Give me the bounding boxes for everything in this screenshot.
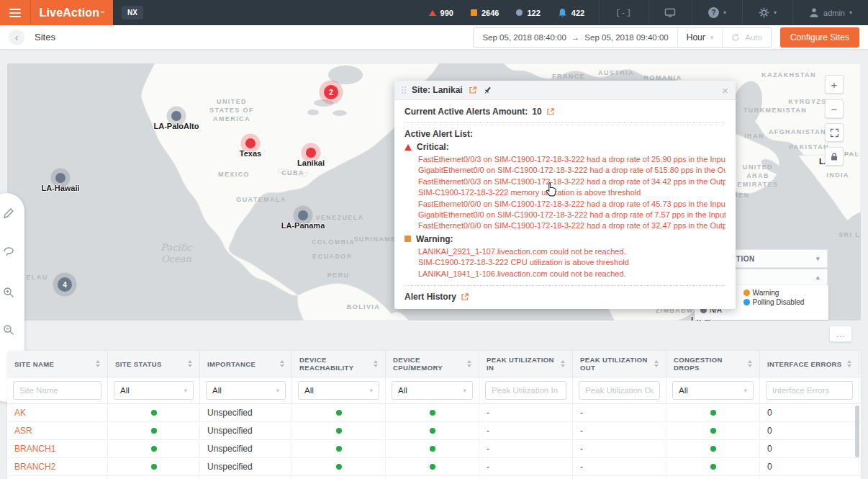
table-more-button[interactable]: ...	[829, 326, 852, 342]
filter-select-site_status[interactable]: All▾	[114, 381, 194, 400]
hamburger-menu-icon[interactable]	[0, 0, 31, 25]
help-menu-button[interactable]: ? ▾	[692, 0, 742, 25]
user-menu-button[interactable]: admin ▾	[792, 0, 868, 25]
column-header-peak_utilization_in[interactable]: PEAK UTILIZATION IN	[479, 351, 573, 377]
table-scrollbar[interactable]	[855, 406, 859, 457]
filter-input-peak_utilization_in[interactable]	[485, 381, 566, 400]
column-header-device_cpu_memory[interactable]: DEVICE CPU/MEMORY	[386, 351, 479, 377]
close-icon[interactable]: ×	[722, 85, 728, 96]
zoom-out-button[interactable]: −	[825, 99, 844, 118]
back-button[interactable]: ‹	[9, 30, 24, 45]
column-header-interface_errors[interactable]: INTERFACE ERRORS	[760, 351, 859, 377]
marker-dot	[298, 210, 308, 220]
filter-cell-site_status: All▾	[108, 377, 200, 403]
alert-message[interactable]: GigabitEthernet0/0 on SIM-C1900-172-18-3…	[418, 210, 725, 220]
chevron-up-icon: ▴	[816, 274, 820, 281]
filter-select-device_cpu_memory[interactable]: All▾	[392, 381, 473, 400]
sort-icon[interactable]	[374, 360, 378, 367]
cell-empty	[200, 476, 292, 479]
cell-text: -	[580, 462, 583, 472]
interval-select[interactable]: Hour ▾	[677, 28, 723, 47]
display-button[interactable]	[648, 0, 692, 25]
expression-tool-button[interactable]: [-]	[599, 0, 648, 25]
filter-select-importance[interactable]: All▾	[206, 381, 286, 400]
settings-menu-button[interactable]: ▾	[742, 0, 792, 25]
auto-refresh-toggle[interactable]: Auto	[722, 28, 771, 47]
active-alert-list-title: Active Alert List:	[404, 129, 725, 139]
chevron-down-icon: ▾	[710, 34, 714, 41]
counter-notifications[interactable]: 422	[558, 8, 584, 18]
cell-site_status	[108, 404, 200, 421]
alert-message[interactable]: FastEthernet0/0/3 on SIM-C1900-172-18-3-…	[418, 176, 725, 187]
sort-icon[interactable]	[467, 360, 471, 367]
column-header-site_status[interactable]: SITE STATUS	[108, 351, 200, 377]
cell-text: 0	[767, 444, 772, 454]
column-header-device_reachability[interactable]: DEVICE REACHABILITY	[292, 351, 386, 377]
site-name-link[interactable]: ASR	[14, 426, 32, 436]
filter-input-interface_errors[interactable]	[766, 381, 853, 400]
drag-handle-icon[interactable]	[402, 86, 406, 94]
column-header-congestion_drops[interactable]: CONGESTION DROPS	[666, 351, 760, 377]
fullscreen-button[interactable]	[825, 123, 844, 142]
lock-map-button[interactable]	[825, 147, 844, 166]
status-dot-green	[430, 446, 435, 452]
sort-down-arrow	[748, 364, 752, 367]
liveaction-app-window: LiveAction™ NX 9902646122422 [-] ? ▾ ▾ a…	[0, 0, 868, 479]
table-row[interactable]: AKUnspecified--0	[7, 404, 861, 422]
gear-icon	[759, 7, 769, 18]
date-range-picker[interactable]: Sep 05, 2018 08:40:00 → Sep 05, 2018 09:…	[474, 28, 677, 47]
filter-cell-device_reachability: All▾	[292, 377, 386, 403]
critical-triangle-icon	[404, 144, 412, 151]
marker-label: Lanikai	[297, 158, 325, 167]
table-row[interactable]: BRANCH2Unspecified--0	[7, 458, 861, 476]
table-row[interactable]: ASRUnspecified--0	[7, 422, 861, 440]
open-site-icon[interactable]	[469, 86, 477, 94]
counter-critical[interactable]: 990	[429, 9, 453, 17]
column-header-site_name[interactable]: SITE NAME	[7, 351, 108, 377]
sort-icon[interactable]	[96, 360, 100, 367]
open-alerts-icon[interactable]	[546, 107, 555, 116]
cell-text: 0	[767, 408, 772, 418]
sort-up-arrow	[561, 360, 565, 363]
sort-icon[interactable]	[847, 360, 851, 367]
counter-value: 422	[571, 9, 584, 17]
cell-device_reachability	[292, 440, 386, 457]
cell-empty	[386, 476, 479, 479]
alert-message[interactable]: LANIKAI_2921_1-107.liveaction.com could …	[418, 246, 725, 257]
popup-header[interactable]: Site: Lanikai ×	[394, 81, 736, 100]
alert-message[interactable]: GigabitEthernet0/0 on SIM-C1900-172-18-3…	[418, 165, 725, 176]
sort-icon[interactable]	[654, 360, 659, 367]
sort-icon[interactable]	[188, 360, 192, 367]
filter-input-site_name[interactable]	[13, 381, 101, 400]
cell-peak_utilization_out: -	[573, 404, 666, 421]
alert-message[interactable]: FastEthernet0/0/3 on SIM-C1900-172-18-3-…	[418, 154, 725, 165]
table-row[interactable]: BRANCH1Unspecified--0	[7, 440, 861, 458]
alert-message[interactable]: FastEthernet0/0/0 on SIM-C1900-172-18-3-…	[418, 220, 725, 231]
column-header-importance[interactable]: IMPORTANCE	[200, 351, 292, 377]
site-name-link[interactable]: BRANCH2	[14, 462, 55, 472]
cell-text: 0	[767, 462, 772, 472]
brand-logo[interactable]: LiveAction™	[31, 0, 113, 25]
alert-message[interactable]: LANIKAI_1941_1-106.liveaction.com could …	[418, 269, 725, 279]
filter-input-peak_utilization_out[interactable]	[579, 381, 660, 400]
alert-message[interactable]: SIM-C1900-172-18-3-222 CPU utilization i…	[418, 257, 725, 268]
alert-message[interactable]: FastEthernet0/0/0 on SIM-C1900-172-18-3-…	[418, 199, 725, 210]
alert-history-link[interactable]: Alert History	[404, 285, 725, 309]
filter-cell-interface_errors	[760, 377, 859, 403]
site-name-link[interactable]: BRANCH1	[14, 444, 55, 454]
column-header-peak_utilization_out[interactable]: PEAK UTILIZATION OUT	[573, 351, 666, 377]
sort-icon[interactable]	[748, 360, 752, 367]
configure-sites-button[interactable]: Configure Sites	[780, 27, 859, 48]
alert-message[interactable]: SIM-C1900-172-18-3-222 memory utilizatio…	[418, 187, 725, 198]
pin-icon[interactable]	[483, 86, 492, 95]
warning-icon	[471, 9, 477, 16]
filter-select-congestion_drops[interactable]: All▾	[672, 381, 754, 400]
filter-cell-importance: All▾	[200, 377, 292, 403]
zoom-in-button[interactable]: +	[825, 75, 844, 94]
counter-warning[interactable]: 2646	[471, 9, 499, 17]
sort-icon[interactable]	[561, 360, 565, 367]
counter-info[interactable]: 122	[516, 9, 540, 17]
site-name-link[interactable]: AK	[14, 408, 26, 418]
filter-select-device_reachability[interactable]: All▾	[298, 381, 379, 400]
sort-icon[interactable]	[280, 360, 284, 367]
